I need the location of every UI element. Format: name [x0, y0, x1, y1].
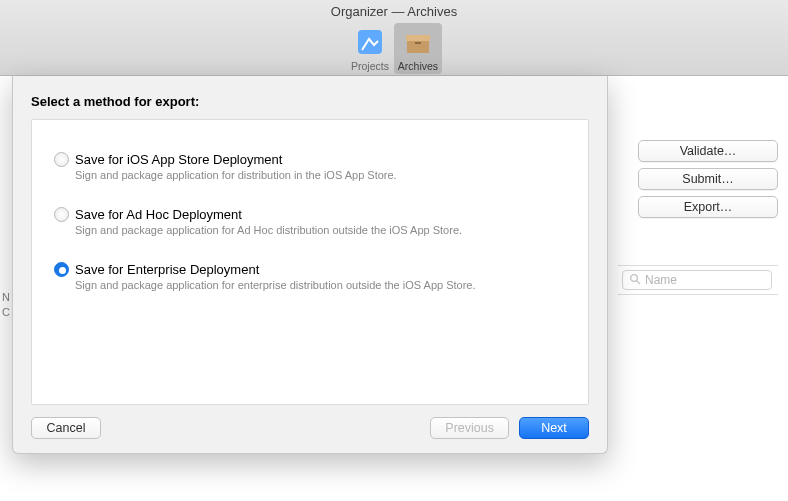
- svg-rect-3: [415, 42, 421, 44]
- left-initial-c: C: [2, 305, 10, 320]
- tab-archives-label: Archives: [398, 60, 438, 72]
- window-title: Organizer — Archives: [0, 4, 788, 19]
- export-option-desc: Sign and package application for enterpr…: [75, 279, 476, 291]
- export-option-title: Save for Enterprise Deployment: [75, 262, 476, 278]
- submit-button[interactable]: Submit…: [638, 168, 778, 190]
- export-options-box: Save for iOS App Store Deployment Sign a…: [31, 119, 589, 405]
- cancel-button[interactable]: Cancel: [31, 417, 101, 439]
- sheet-footer: Cancel Previous Next: [31, 405, 589, 439]
- export-option-title: Save for Ad Hoc Deployment: [75, 207, 462, 223]
- radio-icon: [54, 152, 69, 167]
- tab-archives[interactable]: Archives: [394, 23, 442, 74]
- svg-point-4: [631, 274, 638, 281]
- radio-icon: [54, 207, 69, 222]
- projects-icon: [352, 26, 388, 58]
- export-button[interactable]: Export…: [638, 196, 778, 218]
- toolbar-tabs: Projects Archives: [346, 23, 442, 74]
- side-actions: Validate… Submit… Export…: [628, 140, 788, 224]
- svg-line-5: [637, 280, 640, 283]
- tab-projects[interactable]: Projects: [346, 23, 394, 74]
- previous-button[interactable]: Previous: [430, 417, 509, 439]
- svg-rect-1: [407, 40, 429, 53]
- tab-projects-label: Projects: [351, 60, 389, 72]
- left-initials: N C: [2, 290, 10, 320]
- export-option-appstore[interactable]: Save for iOS App Store Deployment Sign a…: [54, 152, 566, 181]
- export-option-enterprise[interactable]: Save for Enterprise Deployment Sign and …: [54, 262, 566, 291]
- next-button[interactable]: Next: [519, 417, 589, 439]
- export-option-adhoc[interactable]: Save for Ad Hoc Deployment Sign and pack…: [54, 207, 566, 236]
- search-input[interactable]: Name: [622, 270, 772, 290]
- left-initial-n: N: [2, 290, 10, 305]
- export-sheet: Select a method for export: Save for iOS…: [12, 76, 608, 454]
- archives-icon: [400, 26, 436, 58]
- validate-button[interactable]: Validate…: [638, 140, 778, 162]
- filter-row: Name: [618, 265, 778, 295]
- export-option-title: Save for iOS App Store Deployment: [75, 152, 397, 168]
- svg-rect-2: [406, 35, 430, 41]
- toolbar: Organizer — Archives Projects: [0, 0, 788, 76]
- export-method-radio-group: Save for iOS App Store Deployment Sign a…: [54, 152, 566, 291]
- search-icon: [629, 273, 641, 288]
- export-option-desc: Sign and package application for distrib…: [75, 169, 397, 181]
- export-option-desc: Sign and package application for Ad Hoc …: [75, 224, 462, 236]
- sheet-heading: Select a method for export:: [31, 94, 589, 109]
- radio-icon: [54, 262, 69, 277]
- search-placeholder: Name: [645, 273, 677, 287]
